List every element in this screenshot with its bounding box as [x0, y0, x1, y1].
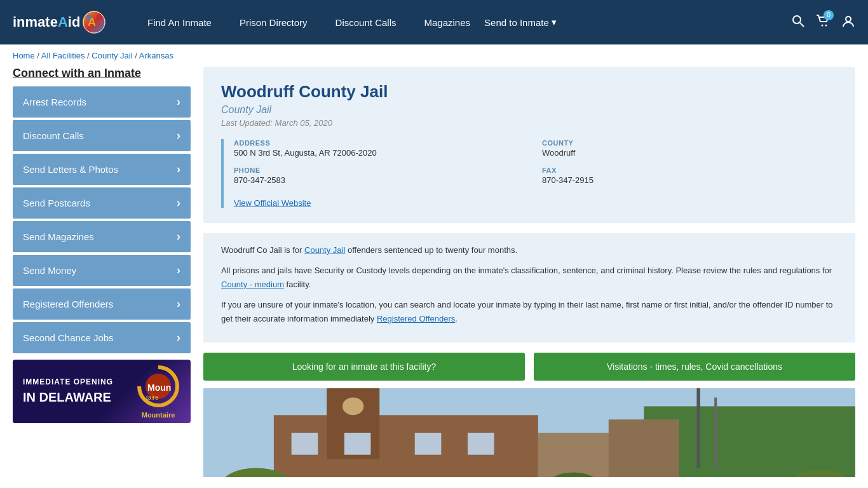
- visitations-button[interactable]: Visitations - times, rules, Covid cancel…: [534, 353, 855, 381]
- fax-label: FAX: [542, 166, 837, 174]
- sidebar-item-second-chance-jobs[interactable]: Second Chance Jobs ›: [13, 322, 191, 353]
- breadcrumb-home[interactable]: Home: [13, 51, 35, 60]
- phone-label: PHONE: [234, 166, 529, 174]
- site-header: inmate A id A Find An Inmate Prison Dire…: [0, 0, 868, 44]
- svg-rect-21: [468, 433, 494, 455]
- sidebar-item-send-postcards[interactable]: Send Postcards ›: [13, 187, 191, 219]
- sidebar-item-arrest-records[interactable]: Arrest Records ›: [13, 86, 191, 118]
- desc-paragraph-2: All prisons and jails have Security or C…: [221, 264, 837, 292]
- find-inmate-button[interactable]: Looking for an inmate at this facility?: [203, 353, 525, 381]
- fax-group: FAX 870-347-2915: [542, 166, 837, 185]
- cart-button[interactable]: 0: [816, 14, 830, 31]
- svg-text:Moun: Moun: [147, 383, 171, 393]
- phone-value: 870-347-2583: [234, 175, 529, 185]
- facility-type: County Jail: [221, 104, 837, 116]
- arrow-icon: ›: [177, 331, 180, 344]
- main-nav: Find An Inmate Prison Directory Discount…: [133, 17, 773, 28]
- svg-point-3: [86, 15, 92, 20]
- sidebar-item-send-letters[interactable]: Send Letters & Photos ›: [13, 154, 191, 185]
- content-area: Woodruff County Jail County Jail Last Up…: [203, 67, 855, 477]
- arrow-icon: ›: [177, 264, 180, 277]
- facility-last-updated: Last Updated: March 05, 2020: [221, 118, 837, 128]
- svg-rect-24: [696, 388, 700, 468]
- arrow-icon: ›: [177, 297, 180, 311]
- desc-paragraph-1: Woodruff Co Jail is for County Jail offe…: [221, 243, 837, 257]
- search-button[interactable]: [792, 15, 804, 30]
- facility-description: Woodruff Co Jail is for County Jail offe…: [203, 233, 855, 342]
- cart-badge: 0: [824, 10, 834, 20]
- svg-line-5: [800, 23, 804, 27]
- county-value: Woodruff: [542, 148, 837, 158]
- phone-group: PHONE 870-347-2583: [234, 166, 529, 185]
- sidebar-item-send-money[interactable]: Send Money ›: [13, 255, 191, 286]
- nav-prison-directory[interactable]: Prison Directory: [226, 17, 322, 28]
- svg-rect-23: [609, 420, 679, 478]
- facility-photo: [203, 388, 855, 477]
- svg-point-2: [96, 14, 102, 20]
- action-buttons: Looking for an inmate at this facility? …: [203, 353, 855, 381]
- header-right: 0: [792, 14, 855, 31]
- logo[interactable]: inmate A id A: [13, 11, 114, 34]
- arrow-icon: ›: [177, 129, 180, 142]
- svg-rect-17: [342, 398, 363, 416]
- breadcrumb-county-jail[interactable]: County Jail: [92, 51, 132, 60]
- arrow-icon: ›: [177, 230, 180, 243]
- facility-details: ADDRESS 500 N 3rd St, Augusta, AR 72006-…: [221, 139, 837, 208]
- svg-rect-25: [714, 398, 717, 468]
- county-medium-link[interactable]: County - medium: [221, 280, 284, 289]
- arrow-icon: ›: [177, 196, 180, 210]
- svg-point-7: [825, 24, 827, 26]
- logo-icon: A: [83, 11, 105, 34]
- facility-title: Woodruff County Jail: [221, 82, 837, 102]
- sidebar-item-discount-calls[interactable]: Discount Calls ›: [13, 120, 191, 151]
- svg-rect-19: [344, 433, 371, 455]
- arrow-icon: ›: [177, 163, 180, 176]
- county-group: COUNTY Woodruff: [542, 139, 837, 158]
- breadcrumb-arkansas[interactable]: Arkansas: [139, 51, 173, 60]
- facility-card: Woodruff County Jail County Jail Last Up…: [203, 67, 855, 223]
- nav-find-inmate[interactable]: Find An Inmate: [133, 17, 226, 28]
- sidebar-item-registered-offenders[interactable]: Registered Offenders ›: [13, 288, 191, 320]
- nav-send-to-inmate[interactable]: Send to Inmate ▾: [484, 17, 557, 28]
- desc-paragraph-3: If you are unsure of your inmate's locat…: [221, 298, 837, 326]
- svg-marker-16: [327, 388, 379, 389]
- nav-magazines[interactable]: Magazines: [410, 17, 484, 28]
- address-group: ADDRESS 500 N 3rd St, Augusta, AR 72006-…: [234, 139, 529, 158]
- sidebar-title: Connect with an Inmate: [13, 67, 191, 80]
- sidebar-ad[interactable]: IMMEDIATE OPENING IN DELAWARE Moun taire…: [13, 360, 191, 423]
- nav-discount-calls[interactable]: Discount Calls: [322, 17, 410, 28]
- county-label: COUNTY: [542, 139, 837, 147]
- svg-point-6: [822, 24, 824, 26]
- fax-value: 870-347-2915: [542, 175, 837, 185]
- svg-point-4: [793, 16, 801, 24]
- county-jail-link[interactable]: County Jail: [304, 245, 345, 255]
- user-button[interactable]: [841, 14, 855, 31]
- svg-rect-20: [415, 433, 442, 455]
- arrow-icon: ›: [177, 95, 180, 109]
- official-link-group: View Official Website: [234, 198, 837, 208]
- svg-rect-18: [292, 433, 318, 455]
- sidebar: Connect with an Inmate Arrest Records › …: [13, 67, 191, 477]
- registered-offenders-link[interactable]: Registered Offenders: [377, 314, 455, 323]
- breadcrumb-all-facilities[interactable]: All Facilities: [41, 51, 85, 60]
- svg-point-8: [846, 17, 851, 22]
- official-website-link[interactable]: View Official Website: [234, 198, 311, 208]
- svg-text:taire: taire: [146, 394, 159, 401]
- sidebar-item-send-magazines[interactable]: Send Magazines ›: [13, 221, 191, 252]
- address-value: 500 N 3rd St, Augusta, AR 72006-2020: [234, 148, 529, 158]
- breadcrumb: Home / All Facilities / County Jail / Ar…: [0, 44, 868, 67]
- address-label: ADDRESS: [234, 139, 529, 147]
